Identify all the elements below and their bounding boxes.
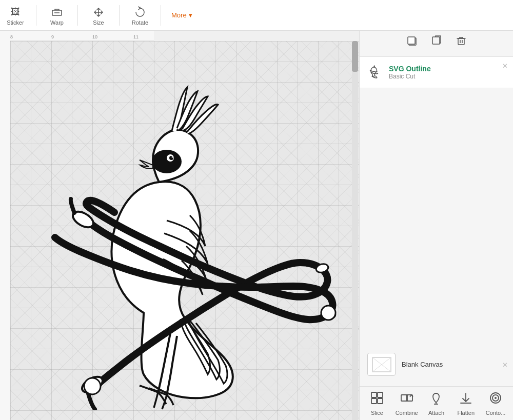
svg-point-2 (152, 150, 181, 173)
canvas-area[interactable] (10, 41, 359, 420)
flatten-icon (459, 391, 473, 408)
slice-action[interactable]: Slice (363, 391, 391, 416)
more-label: More (171, 11, 187, 19)
toolbar-sticker[interactable]: 🖼 Sticker (5, 5, 26, 26)
size-icon (91, 5, 106, 19)
copy-layer-button[interactable] (426, 31, 447, 51)
warp-icon (50, 5, 64, 19)
right-panel: Layers Color Sync (359, 0, 513, 420)
layer-item[interactable]: SVG Outline Basic Cut ✕ (360, 57, 513, 88)
attach-icon (429, 391, 443, 408)
blank-canvas-close-icon[interactable]: ✕ (502, 361, 508, 368)
more-chevron-icon: ▾ (189, 11, 192, 19)
delete-layer-button[interactable] (451, 31, 471, 51)
ruler-mark: 8 (10, 34, 51, 41)
size-label: Size (93, 19, 104, 26)
attach-action[interactable]: Attach (422, 391, 450, 416)
flatten-label: Flatten (457, 410, 475, 416)
blank-canvas-thumbnail (367, 353, 396, 376)
layer-name: SVG Outline (389, 65, 431, 73)
warp-label: Warp (50, 19, 64, 26)
layer-close-icon[interactable]: ✕ (502, 62, 508, 70)
slice-icon (370, 391, 384, 408)
svg-point-5 (172, 156, 173, 158)
svg-point-10 (321, 306, 336, 320)
vertical-ruler (0, 31, 10, 420)
vertical-scrollbar[interactable] (352, 41, 358, 420)
attach-label: Attach (428, 410, 444, 416)
blank-canvas-label: Blank Canvas (402, 361, 443, 368)
svg-rect-25 (371, 398, 377, 404)
rotate-label: Rotate (132, 19, 148, 26)
svg-rect-24 (378, 392, 383, 397)
toolbar: 🖼 Sticker Warp Size R (0, 0, 513, 31)
toolbar-rotate[interactable]: Rotate (130, 5, 150, 26)
divider-3 (119, 5, 120, 26)
divider-1 (36, 5, 36, 26)
ruler-mark: 10 (92, 34, 133, 41)
sticker-label: Sticker (7, 19, 24, 26)
layer-type: Basic Cut (389, 73, 431, 80)
more-button[interactable]: More ▾ (171, 11, 192, 19)
combine-icon (400, 391, 414, 408)
contour-label: Conto... (486, 410, 506, 416)
layer-info: SVG Outline Basic Cut (389, 65, 431, 80)
rotate-icon (133, 5, 147, 19)
svg-rect-13 (408, 37, 415, 44)
toolbar-warp[interactable]: Warp (47, 5, 67, 26)
ruler-mark: 11 (133, 34, 154, 41)
ruler-mark: 9 (51, 34, 92, 41)
divider-2 (77, 5, 78, 26)
contour-icon (488, 391, 503, 408)
duplicate-button[interactable] (402, 31, 422, 51)
blank-canvas-item[interactable]: Blank Canvas ✕ (360, 348, 513, 381)
svg-point-11 (84, 378, 101, 394)
svg-rect-23 (371, 392, 377, 397)
svg-rect-26 (378, 398, 383, 404)
combine-action[interactable]: Combine (392, 391, 421, 416)
ruler-marks: 8 9 10 11 12 13 14 15 (0, 31, 154, 41)
svg-rect-14 (432, 37, 440, 44)
panel-spacer (360, 88, 513, 348)
flatten-action[interactable]: Flatten (452, 391, 480, 416)
contour-action[interactable]: Conto... (482, 391, 510, 416)
divider-4 (161, 5, 161, 26)
sticker-icon: 🖼 (8, 5, 23, 19)
bird-image[interactable] (41, 82, 339, 410)
slice-label: Slice (371, 410, 383, 416)
bottom-action-bar: Slice Combine Attach (360, 386, 513, 420)
layer-bird-icon (367, 63, 383, 82)
svg-rect-15 (458, 38, 464, 45)
toolbar-size[interactable]: Size (88, 5, 109, 26)
scrollbar-thumb[interactable] (352, 41, 358, 72)
svg-point-34 (495, 397, 497, 399)
combine-label: Combine (396, 410, 418, 416)
horizontal-ruler: 8 9 10 11 12 13 14 15 (0, 31, 154, 41)
